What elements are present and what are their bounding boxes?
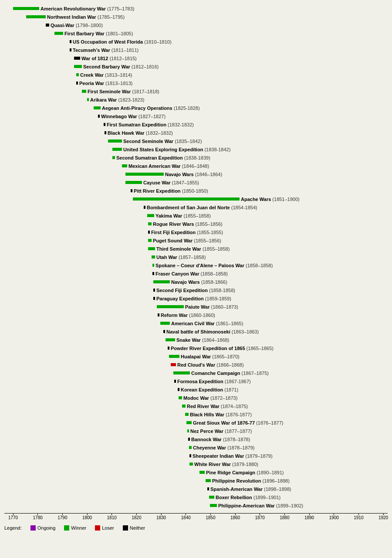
war-label: Philippine-American War (1899–1902) [218,503,303,508]
war-bar [169,355,179,358]
war-label: War of 1812 (1812–1815) [81,56,137,61]
axis-tick: 1900 [329,514,339,520]
war-name: Pitt River Expedition [134,188,181,194]
legend-item-label: Winner [71,525,86,531]
axis-tick: 1890 [304,514,314,520]
war-dates: (1847–1855) [171,180,199,185]
war-bar [148,247,155,250]
war-name: Bannock War [191,437,222,442]
war-label: Powder River Expedition of 1865 (1865–18… [171,346,274,351]
war-dates: (1867-1867) [223,379,251,384]
war-name: Black Hawk War [108,130,145,136]
war-label: Boxer Rebellion (1899–1901) [216,495,280,500]
list-item: Navajo Wars (1846–1864) [4,170,388,178]
list-item: American Civil War (1861–1865) [4,319,388,327]
legend-item: Winner [64,525,86,531]
list-item: Bannock War (1878–1878) [4,435,388,443]
war-bar [157,305,184,308]
war-label: Spokane – Coeur d'Alene – Paloos War (18… [155,263,273,268]
war-label: Hualapai War (1865–1870) [181,354,240,359]
list-item: Utah War (1857–1858) [4,253,388,261]
list-item: Paiute War (1860–1873) [4,303,388,311]
war-name: Navajo Wars [165,172,194,177]
war-dates: (1872–1873) [209,395,237,401]
war-name: Pine Ridge Campaign [206,470,255,475]
axis-tick: 1870 [255,514,265,520]
war-bar [13,7,39,10]
list-item: Second Seminole War (1835–1842) [4,137,388,145]
war-name: Philippine-American War [218,503,275,508]
axis-tick: 1850 [206,514,215,520]
list-item: Apache Wars (1851–1900) [4,195,388,203]
legend-color-box [30,525,36,531]
war-label: Bannock War (1878–1878) [191,437,250,442]
war-bar [179,396,182,399]
wars-list: American Revolutionary War (1775–1783) N… [4,4,388,510]
war-dates: (1817–1818) [131,89,159,94]
war-bar [148,231,150,234]
war-name: Black Hills War [190,412,224,417]
war-bar [74,65,82,68]
war-dates: (1854-1854) [230,205,257,210]
war-label: First Seminole War (1817–1818) [88,89,159,94]
axis-tick: 1880 [280,514,289,520]
legend-items: OngoingWinnerLoserNeither [30,525,145,531]
war-bar [158,313,159,316]
war-label: Mexican American War (1846–1848) [128,163,209,169]
war-name: Third Seminole War [156,246,201,252]
war-bar [186,421,192,424]
list-item: First Barbary War (1801–1805) [4,29,388,37]
list-item: Reform War (1860-1860) [4,311,388,319]
war-dates: (1865–1865) [245,346,274,351]
war-label: Second Fiji Expedition (1858-1858) [156,288,235,293]
war-label: Korean Expedition (1871) [181,387,238,392]
war-dates: (1867–1875) [240,371,268,376]
war-label: Aegean Anti-Piracy Operations (1825-1828… [102,105,200,111]
war-label: Apache Wars (1851–1900) [241,197,300,202]
war-name: Philippine Revolution [212,478,261,483]
list-item: Mexican American War (1846–1848) [4,162,388,170]
war-dates: (1823-1823) [117,97,144,102]
war-label: Naval battle of Shimonoseki (1863–1863) [166,329,259,334]
war-label: Comanche Campaign (1867–1875) [191,371,269,376]
war-dates: (1864–1868) [201,337,229,343]
war-label: Winnebago War (1827–1827) [101,114,166,119]
list-item: First Seminole War (1817–1818) [4,87,388,95]
list-item: Yakima War (1855–1858) [4,211,388,220]
war-label: American Revolutionary War (1775–1783) [41,6,134,11]
war-bar [125,181,142,184]
war-label: Arikara War (1823-1823) [90,97,144,102]
war-label: United States Exploring Expedition (1838… [123,147,230,152]
war-bar [148,222,152,225]
war-bar [74,57,80,60]
list-item: Red River War (1874–1875) [4,402,388,410]
axis-tick: 1840 [181,514,191,520]
war-label: Cheyenne War (1878–1879) [193,445,254,450]
war-dates: (1899–1902) [275,503,303,508]
list-item: Puget Sound War (1855–1856) [4,236,388,245]
war-name: Winnebago War [101,114,137,119]
list-item: American Revolutionary War (1775–1783) [4,4,388,13]
timeline-chart: American Revolutionary War (1775–1783) N… [4,4,388,548]
war-label: Third Seminole War (1855–1858) [156,246,230,252]
list-item: Quasi-War (1798–1800) [4,21,388,29]
war-bar [82,90,86,93]
war-dates: (1855–1858) [182,213,210,218]
war-dates: (1811–1811) [110,48,139,53]
war-bar [168,347,169,350]
war-name: Tecumseh's War [73,48,110,53]
war-bar [147,214,154,217]
war-label: Paraguay Expedition (1859-1859) [156,296,231,301]
war-bar [148,239,152,242]
war-label: Fraser Canyon War (1858–1858) [155,271,228,276]
war-name: White River War [194,462,231,467]
war-label: First Sumatran Expedition (1832-1832) [107,122,194,127]
war-bar [153,289,155,292]
war-bar [185,413,189,416]
list-item: Northwest Indian War (1785–1795) [4,13,388,21]
war-dates: (1874–1875) [220,404,248,409]
list-item: Philippine Revolution (1896–1898) [4,476,388,485]
war-name: Peoria War [79,81,104,86]
war-bar [189,463,193,466]
war-dates: (1878–1878) [222,437,250,442]
